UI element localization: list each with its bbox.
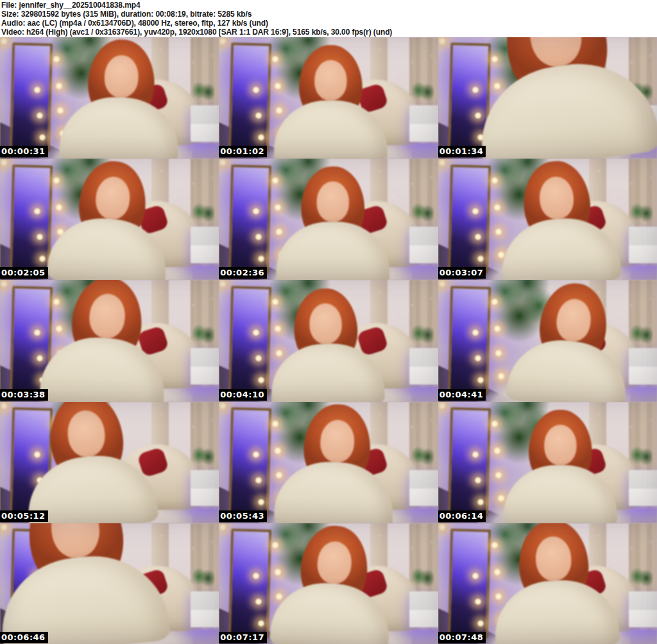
light-bulb xyxy=(257,620,265,627)
light-bulb xyxy=(255,598,262,605)
side-plant xyxy=(631,204,653,224)
face-shape xyxy=(317,182,349,222)
side-plant xyxy=(412,204,434,224)
light-bulb xyxy=(477,376,484,384)
light-bulb xyxy=(497,372,505,380)
timestamp-badge: 00:05:43 xyxy=(219,510,267,522)
standing-mirror xyxy=(228,528,271,638)
video-info-line: Video: h264 (High) (avc1 / 0x31637661), … xyxy=(1,28,657,37)
drawer-unit xyxy=(409,591,438,628)
light-bulb xyxy=(438,37,446,45)
light-bulb xyxy=(257,498,265,506)
light-bulb xyxy=(495,349,502,357)
person-silhouette xyxy=(504,280,638,401)
frame-scene xyxy=(219,402,438,523)
standing-mirror xyxy=(10,43,53,152)
frame-scene xyxy=(219,523,438,644)
sweater-shape xyxy=(506,335,631,401)
sweater-shape xyxy=(493,577,620,644)
side-plant xyxy=(192,447,214,467)
light-bulb xyxy=(438,523,446,531)
person-silhouette xyxy=(37,280,173,401)
person-silhouette xyxy=(502,408,619,523)
timestamp-badge: 00:04:10 xyxy=(219,389,267,401)
side-plant xyxy=(412,447,434,467)
side-plant xyxy=(412,325,434,345)
timestamp-badge: 00:03:07 xyxy=(438,267,486,279)
video-frame-cell: 00:06:14 xyxy=(438,402,657,523)
light-bulb xyxy=(0,402,8,410)
sweater-shape xyxy=(277,222,389,281)
person-silhouette xyxy=(272,402,400,523)
video-frame-cell: 00:00:31 xyxy=(0,37,219,159)
side-plant xyxy=(192,325,214,345)
frame-scene xyxy=(438,523,657,644)
sweater-shape xyxy=(0,549,171,644)
person-silhouette xyxy=(273,44,389,159)
light-bulb xyxy=(38,134,46,141)
drawer-unit xyxy=(629,470,657,507)
video-frame-cell: 00:07:17 xyxy=(219,523,438,644)
standing-mirror xyxy=(228,407,271,516)
drawer-unit xyxy=(191,227,219,263)
frame-scene xyxy=(0,280,219,401)
light-bulb xyxy=(477,498,484,506)
sweater-shape xyxy=(269,342,385,402)
video-frame-cell: 00:02:36 xyxy=(219,159,438,280)
standing-mirror xyxy=(228,286,271,395)
video-frame-cell: 00:04:10 xyxy=(219,280,438,401)
person-silhouette xyxy=(58,37,183,159)
timestamp-badge: 00:06:46 xyxy=(0,632,48,643)
light-bulb xyxy=(474,476,482,484)
frame-scene xyxy=(219,280,438,401)
light-bulb xyxy=(255,476,262,484)
person-silhouette xyxy=(493,159,623,280)
sweater-shape xyxy=(504,465,617,523)
light-bulb xyxy=(493,325,501,333)
person-silhouette xyxy=(457,37,657,159)
light-bulb xyxy=(474,354,482,362)
drawer-unit xyxy=(629,227,657,263)
timestamp-badge: 00:07:17 xyxy=(219,632,267,643)
frame-scene xyxy=(438,280,657,401)
sweater-shape xyxy=(499,215,622,280)
light-bulb xyxy=(477,255,484,263)
light-bulb xyxy=(495,471,502,479)
light-bulb xyxy=(493,447,501,455)
drawer-unit xyxy=(409,227,438,263)
timestamp-badge: 00:00:31 xyxy=(0,146,48,157)
drawer-unit xyxy=(191,348,219,385)
person-silhouette xyxy=(0,523,173,644)
person-silhouette xyxy=(266,285,386,402)
timestamp-badge: 00:06:14 xyxy=(438,510,486,522)
timestamp-badge: 00:03:38 xyxy=(0,389,48,401)
video-frame-cell: 00:03:07 xyxy=(438,159,657,280)
light-bulb xyxy=(472,207,479,215)
frame-scene xyxy=(0,523,219,644)
frame-scene xyxy=(0,37,219,159)
sweater-shape xyxy=(274,101,387,159)
light-bulb xyxy=(474,233,482,241)
light-bulb xyxy=(472,329,479,336)
frame-scene xyxy=(0,159,219,280)
person-silhouette xyxy=(268,523,398,644)
side-plant xyxy=(631,568,653,589)
side-plant xyxy=(631,447,653,467)
light-bulb xyxy=(477,620,484,627)
light-bulb xyxy=(252,451,260,458)
person-silhouette xyxy=(45,159,176,280)
light-bulb xyxy=(0,37,8,45)
light-bulb xyxy=(438,280,446,288)
video-frame-cell: 00:07:48 xyxy=(438,523,657,644)
light-bulb xyxy=(438,402,446,410)
light-bulb xyxy=(33,86,41,94)
person-silhouette xyxy=(488,523,622,644)
video-frame-cell: 00:06:46 xyxy=(0,523,219,644)
file-metadata-header: File: jennifer_shy__202510041838.mp4 Siz… xyxy=(0,0,657,37)
sweater-shape xyxy=(269,580,392,644)
side-plant xyxy=(412,568,434,589)
side-plant xyxy=(192,82,214,103)
light-bulb xyxy=(219,523,226,531)
light-bulb xyxy=(36,112,44,119)
timestamp-badge: 00:02:36 xyxy=(219,267,267,279)
